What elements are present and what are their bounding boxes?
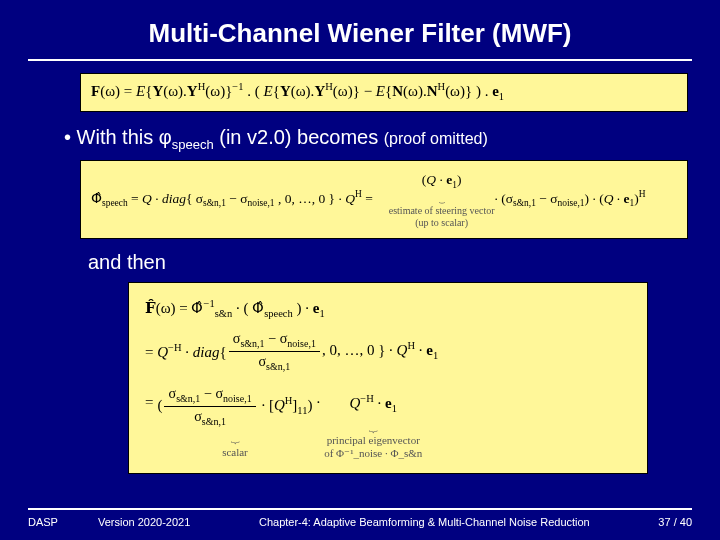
scalar-group: ( σs&n,1 − σnoise,1 σs&n,1 · [QH]11) ⏟ s… [157, 384, 312, 458]
equation-2-box: Φ̂speech = Q · diag{ σs&n,1 − σnoise,1 ,… [80, 160, 688, 239]
title-rule [28, 59, 692, 61]
eigenvector-group: Q−H · e1 ⏟ principal eigenvector of Φ⁻¹_… [324, 384, 422, 459]
proof-omitted: (proof omitted) [384, 130, 488, 147]
equation-1-box: F(ω) = E{Y(ω).YH(ω)}−1 . ( E{Y(ω).YH(ω)}… [80, 73, 688, 112]
bullet-with-this: • With this φspeech (in v2.0) becomes (p… [64, 126, 688, 152]
footer-chapter: Chapter-4: Adaptive Beamforming & Multi-… [190, 516, 658, 528]
steering-vector-group: (Q · e1) ⏟ estimate of steering vector (… [389, 171, 495, 228]
eig-label-2: of Φ⁻¹_noise · Φ_s&n [324, 447, 422, 459]
footer-left: DASP [28, 516, 58, 528]
bullet-mid: (in v2.0) becomes [214, 126, 384, 148]
steering-label-2: (up to scalar) [389, 217, 495, 228]
footer: DASP Version 2020-2021 Chapter-4: Adapti… [0, 508, 720, 528]
slide-title: Multi-Channel Wiener Filter (MWF) [0, 0, 720, 59]
equation-3-box: F̂(ω) = Φ̂−1s&n · ( Φ̂speech ) · e1 = Q−… [128, 282, 648, 475]
slide-content: F(ω) = E{Y(ω).YH(ω)}−1 . ( E{Y(ω).YH(ω)}… [0, 73, 720, 474]
footer-page: 37 / 40 [658, 516, 692, 528]
bullet-prefix: • With this [64, 126, 159, 148]
footer-version: Version 2020-2021 [98, 516, 190, 528]
footer-rule [28, 508, 692, 510]
and-then-text: and then [88, 251, 688, 274]
phi-subscript: speech [172, 137, 214, 152]
eig-label-1: principal eigenvector [324, 434, 422, 446]
steering-label-1: estimate of steering vector [389, 205, 495, 216]
phi-symbol: φ [159, 126, 172, 148]
scalar-label: scalar [157, 446, 312, 458]
